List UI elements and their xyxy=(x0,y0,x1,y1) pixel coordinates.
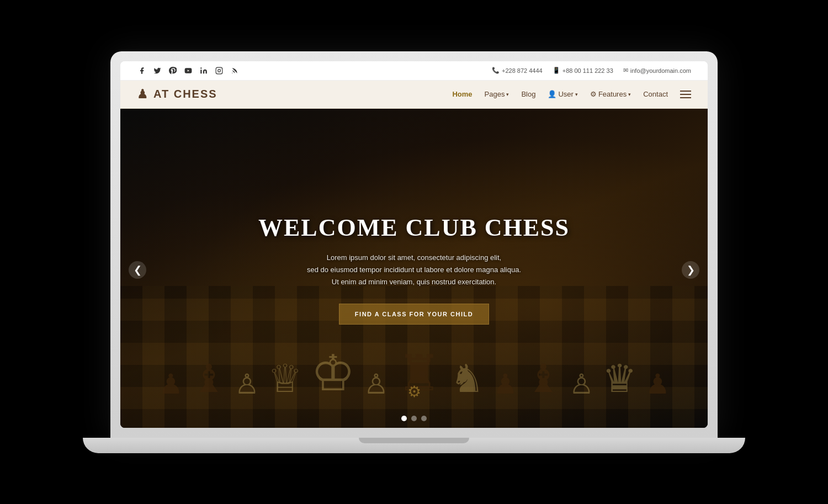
features-chevron-icon: ▾ xyxy=(628,92,631,97)
features-gear-icon: ⚙ xyxy=(590,90,597,98)
carousel-dots xyxy=(401,416,427,421)
twitter-icon[interactable] xyxy=(152,66,162,76)
logo-icon: ♟ xyxy=(137,87,149,102)
user-person-icon: 👤 xyxy=(548,90,556,98)
rss-icon[interactable] xyxy=(230,66,240,76)
laptop-base xyxy=(83,438,745,453)
instagram-icon[interactable] xyxy=(214,66,224,76)
hero-title: WELCOME CLUB CHESS xyxy=(258,215,570,241)
hero-content: WELCOME CLUB CHESS Lorem ipsum dolor sit… xyxy=(247,204,581,336)
social-icons-group xyxy=(137,66,240,76)
logo-text: AT CHESS xyxy=(153,88,217,100)
carousel-prev-button[interactable]: ❮ xyxy=(129,261,146,279)
email-text: info@yourdomain.com xyxy=(630,67,691,74)
carousel-dot-1[interactable] xyxy=(401,416,407,421)
hamburger-menu[interactable] xyxy=(680,91,691,98)
top-bar: 📞 +228 872 4444 📱 +88 00 111 222 33 ✉ in… xyxy=(120,61,708,81)
carousel-next-button[interactable]: ❯ xyxy=(682,261,699,279)
svg-point-4 xyxy=(221,68,221,69)
find-class-button[interactable]: FIND A CLASS FOR YOUR CHILD xyxy=(339,304,489,325)
linkedin-icon[interactable] xyxy=(199,66,209,76)
carousel-dot-2[interactable] xyxy=(411,416,417,421)
svg-rect-2 xyxy=(216,67,222,74)
email-info: ✉ info@yourdomain.com xyxy=(623,67,691,74)
email-icon: ✉ xyxy=(623,67,628,74)
gear-decoration: ⚙ xyxy=(407,383,421,401)
svg-point-5 xyxy=(232,72,232,73)
logo[interactable]: ♟ AT CHESS xyxy=(137,87,217,102)
hero-subtitle: Lorem ipsum dolor sit amet, consectetur … xyxy=(258,252,570,288)
phone2-text: +88 00 111 222 33 xyxy=(562,67,613,74)
pages-chevron-icon: ▾ xyxy=(506,92,509,97)
phone2-icon: 📱 xyxy=(553,67,560,74)
phone1-icon: 📞 xyxy=(492,67,500,74)
contact-info-group: 📞 +228 872 4444 📱 +88 00 111 222 33 ✉ in… xyxy=(492,67,691,74)
navbar: ♟ AT CHESS Home Pages ▾ Blog xyxy=(120,81,708,109)
nav-link-home[interactable]: Home xyxy=(452,90,472,98)
phone2-info: 📱 +88 00 111 222 33 xyxy=(553,67,613,74)
nav-link-contact[interactable]: Contact xyxy=(643,90,668,98)
nav-link-pages[interactable]: Pages ▾ xyxy=(485,90,509,98)
phone1-text: +228 872 4444 xyxy=(502,67,543,74)
nav-links-group: Home Pages ▾ Blog 👤 User ▾ xyxy=(452,90,691,98)
carousel-dot-3[interactable] xyxy=(421,416,427,421)
hero-section: ♟ ♝ ♙ ♕ ♔ ♙ ♜ ♞ ♟ ♝ ♙ ♛ ♟ xyxy=(120,109,708,428)
svg-point-3 xyxy=(218,69,221,72)
nav-link-features[interactable]: ⚙ Features ▾ xyxy=(590,90,631,98)
nav-link-blog[interactable]: Blog xyxy=(521,90,535,98)
phone1-info: 📞 +228 872 4444 xyxy=(492,67,543,74)
youtube-icon[interactable] xyxy=(183,66,193,76)
svg-point-1 xyxy=(200,67,201,68)
user-chevron-icon: ▾ xyxy=(575,92,578,97)
facebook-icon[interactable] xyxy=(137,66,147,76)
pinterest-icon[interactable] xyxy=(168,66,178,76)
nav-link-user[interactable]: 👤 User ▾ xyxy=(548,90,577,98)
